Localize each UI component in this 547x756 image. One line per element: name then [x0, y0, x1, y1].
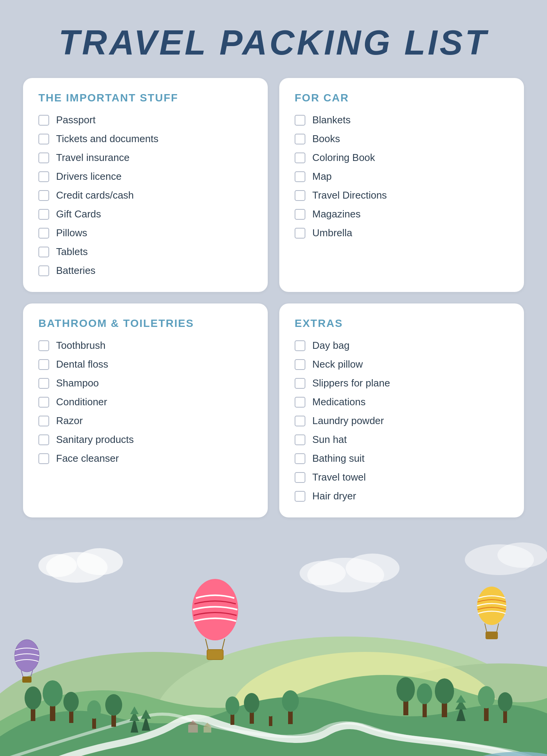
list-item: Conditioner — [38, 396, 252, 408]
list-item: Pillows — [38, 227, 252, 239]
list-item: Coloring Book — [295, 152, 509, 164]
checkbox[interactable] — [295, 491, 305, 502]
checkbox[interactable] — [295, 134, 305, 144]
item-label: Dental floss — [56, 358, 108, 370]
list-item: Books — [295, 133, 509, 145]
svg-point-38 — [478, 686, 495, 708]
item-label: Medications — [312, 396, 366, 408]
item-label: Travel Directions — [312, 189, 387, 201]
list-item: Blankets — [295, 114, 509, 126]
checkbox[interactable] — [38, 453, 49, 464]
item-label: Travel towel — [312, 471, 366, 483]
checkbox[interactable] — [295, 115, 305, 126]
checkbox[interactable] — [295, 378, 305, 389]
list-item: Passport — [38, 114, 252, 126]
checkbox[interactable] — [295, 340, 305, 351]
page-title: Travel Packing List — [0, 0, 547, 78]
list-item: Razor — [38, 415, 252, 427]
svg-point-44 — [244, 693, 259, 713]
card-title-bathroom: Bathroom & Toiletries — [38, 317, 252, 330]
card-important: The Important StuffPassportTickets and d… — [23, 78, 268, 292]
checkbox[interactable] — [38, 416, 49, 426]
checkbox[interactable] — [38, 397, 49, 408]
list-item: Batteries — [38, 265, 252, 277]
checkbox[interactable] — [38, 247, 49, 257]
checkbox[interactable] — [38, 190, 49, 201]
card-title-important: The Important Stuff — [38, 92, 252, 104]
list-item: Umbrella — [295, 227, 509, 239]
content-grid: The Important StuffPassportTickets and d… — [0, 78, 547, 533]
list-item: Laundry powder — [295, 415, 509, 427]
list-item: Dental floss — [38, 358, 252, 370]
checklist-bathroom: ToothbrushDental flossShampooConditioner… — [38, 340, 252, 464]
checkbox[interactable] — [38, 340, 49, 351]
svg-point-22 — [105, 694, 122, 716]
item-label: Coloring Book — [312, 152, 375, 164]
list-item: Toothbrush — [38, 340, 252, 351]
checkbox[interactable] — [38, 134, 49, 144]
checkbox[interactable] — [38, 171, 49, 182]
checkbox[interactable] — [295, 359, 305, 370]
checkbox[interactable] — [295, 190, 305, 201]
item-label: Credit cards/cash — [56, 189, 134, 201]
checkbox[interactable] — [295, 453, 305, 464]
checkbox[interactable] — [295, 153, 305, 163]
item-label: Map — [312, 171, 332, 182]
svg-point-60 — [477, 587, 506, 625]
item-label: Sun hat — [312, 434, 347, 446]
item-label: Passport — [56, 114, 96, 126]
svg-rect-66 — [204, 727, 211, 733]
list-item: Travel Directions — [295, 189, 509, 201]
item-label: Conditioner — [56, 396, 107, 408]
item-label: Tablets — [56, 246, 88, 258]
checkbox[interactable] — [295, 472, 305, 483]
checkbox[interactable] — [38, 359, 49, 370]
item-label: Sanitary products — [56, 434, 134, 446]
checkbox[interactable] — [38, 378, 49, 389]
svg-point-29 — [396, 677, 415, 702]
svg-point-3 — [38, 554, 77, 577]
list-item: Gift Cards — [38, 208, 252, 220]
card-car: For CarBlanketsBooksColoring BookMapTrav… — [279, 78, 524, 292]
item-label: Shampoo — [56, 377, 99, 389]
list-item: Travel towel — [295, 471, 509, 483]
checkbox[interactable] — [38, 434, 49, 445]
item-label: Bathing suit — [312, 453, 365, 464]
checklist-important: PassportTickets and documentsTravel insu… — [38, 114, 252, 277]
svg-point-31 — [417, 683, 432, 704]
svg-rect-63 — [486, 632, 498, 639]
card-bathroom: Bathroom & ToiletriesToothbrushDental fl… — [23, 303, 268, 517]
svg-point-5 — [346, 554, 399, 583]
item-label: Toothbrush — [56, 340, 106, 351]
list-item: Credit cards/cash — [38, 189, 252, 201]
svg-point-2 — [77, 548, 123, 575]
checkbox[interactable] — [295, 416, 305, 426]
list-item: Slippers for plane — [295, 377, 509, 389]
checkbox[interactable] — [295, 397, 305, 408]
checkbox[interactable] — [38, 115, 49, 126]
checkbox[interactable] — [295, 209, 305, 220]
checkbox[interactable] — [38, 265, 49, 276]
checkbox[interactable] — [38, 228, 49, 239]
list-item: Map — [295, 171, 509, 182]
list-item: Tickets and documents — [38, 133, 252, 145]
checkbox[interactable] — [295, 434, 305, 445]
list-item: Face cleanser — [38, 453, 252, 464]
item-label: Tickets and documents — [56, 133, 158, 145]
illustration — [0, 537, 547, 756]
item-label: Razor — [56, 415, 83, 427]
checkbox[interactable] — [38, 209, 49, 220]
svg-point-46 — [264, 700, 277, 716]
svg-rect-54 — [22, 676, 31, 683]
checkbox[interactable] — [295, 228, 305, 239]
checkbox[interactable] — [295, 171, 305, 182]
item-label: Magazines — [312, 208, 361, 220]
list-item: Magazines — [295, 208, 509, 220]
list-item: Neck pillow — [295, 358, 509, 370]
checkbox[interactable] — [38, 153, 49, 163]
svg-point-55 — [192, 579, 238, 640]
page-wrapper: Travel Packing List The Important StuffP… — [0, 0, 547, 756]
svg-point-14 — [25, 686, 41, 710]
svg-point-42 — [225, 696, 239, 715]
svg-point-16 — [43, 680, 63, 706]
